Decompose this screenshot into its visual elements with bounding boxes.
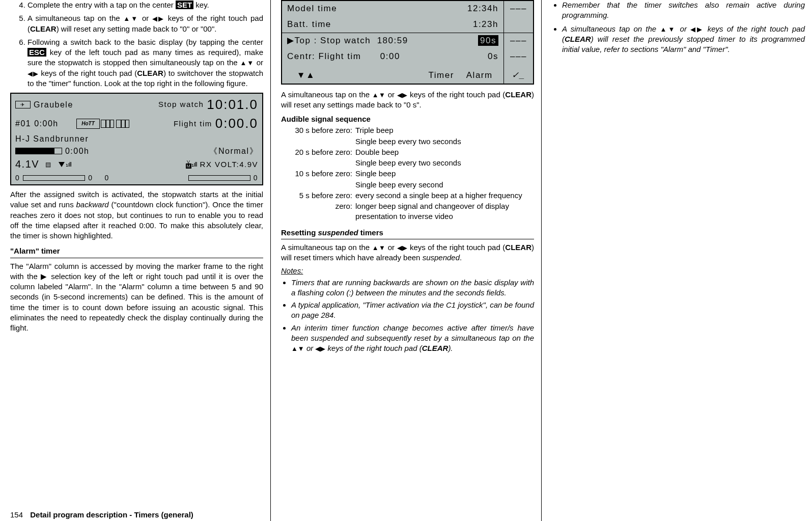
hours-2: 0:00h xyxy=(65,146,90,157)
left-right-icon: ◀▶ xyxy=(397,91,408,99)
right-note-2: A simultaneous tap on the ▲▼ or ◀▶ keys … xyxy=(562,24,805,55)
step-4: Complete the entry with a tap on the cen… xyxy=(27,0,263,10)
set-key-icon: SET xyxy=(176,1,193,9)
footer-arrows: ▼▲ xyxy=(282,65,424,84)
notes-heading: Notes: xyxy=(281,266,534,276)
stopwatch-value: 10:01.0 xyxy=(207,96,258,114)
tx-signal-icon: ₁ıll xyxy=(66,160,71,169)
step-5: A simultaneous tap on the ▲▼ or ◀▶ keys … xyxy=(27,13,263,34)
note-3: An interim timer function change becomes… xyxy=(291,323,534,354)
column-1: Complete the entry with a tap on the cen… xyxy=(0,0,270,521)
esc-key-icon: ESC xyxy=(27,48,46,57)
cell-centr-label: Centr: Flight tim 0:00 xyxy=(282,49,424,65)
right-notes-list: Remember that the timer switches also re… xyxy=(552,0,805,54)
para-reset-suspended: A simultaneous tap on the ▲▼ or ◀▶ keys … xyxy=(281,242,534,263)
trim-meter-icon xyxy=(23,175,85,181)
page-footer: 154 Detail program description - Timers … xyxy=(10,510,193,520)
left-right-icon: ◀▶ xyxy=(27,70,38,77)
rx-voltage: RX VOLT:4.9V xyxy=(200,159,258,170)
model-id: #01 xyxy=(15,118,31,129)
left-right-icon: ◀▶ xyxy=(397,244,408,252)
right-note-1: Remember that the timer switches also re… xyxy=(562,0,805,21)
up-down-icon: ▲▼ xyxy=(240,59,254,67)
left-right-icon: ◀▶ xyxy=(152,15,165,22)
up-down-icon: ▲▼ xyxy=(372,91,386,99)
column-3: Remember that the timer switches also re… xyxy=(541,0,812,521)
footer-col-labels: Timer Alarm xyxy=(424,65,504,84)
heading-audible: Audible signal sequence xyxy=(281,114,534,124)
up-down-icon: ▲▼ xyxy=(123,15,138,22)
cell-top-label: ▶Top : Stop watch 180:59 xyxy=(282,33,424,48)
switch-symbol-icon: ✓_ xyxy=(503,65,533,84)
heading-reset-suspended: Resetting suspended timers xyxy=(281,228,534,239)
cell-model-time-val: 12:34h xyxy=(424,1,504,17)
up-down-icon: ▲▼ xyxy=(660,25,676,33)
hours-1: 0:00h xyxy=(34,118,59,129)
cell-batt-time-label: Batt. time xyxy=(282,17,424,33)
left-right-icon: ◀▶ xyxy=(690,25,704,33)
antenna-icon xyxy=(59,162,65,167)
rx-signal-icon: ₁ıll xyxy=(191,160,197,169)
page-title: Detail program description - Timers (gen… xyxy=(30,510,193,519)
cell-top-alarm: 90s xyxy=(424,33,504,48)
up-down-icon: ▲▼ xyxy=(372,244,386,252)
step-6: Following a switch back to the basic dis… xyxy=(27,37,263,89)
para-reset-0s: A simultaneous tap on the ▲▼ or ◀▶ keys … xyxy=(281,90,534,111)
vm-icon: VM xyxy=(186,160,191,169)
flight-value: 0:00.0 xyxy=(215,115,258,132)
trim-bars-icon xyxy=(101,120,114,128)
stopwatch-label: Stop watch xyxy=(158,99,204,109)
page-number: 154 xyxy=(10,510,23,519)
tx-voltage: 4.1V xyxy=(15,157,39,171)
cell-switch: ––– xyxy=(503,33,533,48)
phase-label: 《Normal》 xyxy=(209,146,258,157)
up-down-icon: ▲▼ xyxy=(291,345,304,352)
trim-bars-icon xyxy=(116,120,129,128)
lcd-basic-display: ✈ Graubele Stop watch 10:01.0 #01 0:00h … xyxy=(10,93,263,185)
audible-table: 30 s before zero:Triple beep Single beep… xyxy=(281,125,534,222)
cell-batt-time-val: 1:23h xyxy=(424,17,504,33)
model-type-icon: ✈ xyxy=(15,101,31,108)
column-2: Model time 12:34h ––– Batt. time 1:23h ▶… xyxy=(270,0,541,521)
cell-model-time-label: Model time xyxy=(282,1,424,17)
heading-alarm-timer: "Alarm" timer xyxy=(10,246,263,258)
lcd-timer-menu: Model time 12:34h ––– Batt. time 1:23h ▶… xyxy=(281,0,534,85)
cell-centr-alarm: 0s xyxy=(424,49,504,65)
note-2: A typical application, "Timer activation… xyxy=(291,300,534,321)
steps-list: Complete the entry with a tap on the cen… xyxy=(10,0,263,89)
owner-name: H-J Sandbrunner xyxy=(15,133,89,145)
cell-switch: ––– xyxy=(503,49,533,65)
sd-icon: ▤ xyxy=(45,160,52,169)
para-countdown: After the assigned switch is activated, … xyxy=(10,189,263,241)
battery-icon xyxy=(15,148,62,154)
left-right-icon: ◀▶ xyxy=(315,345,325,352)
note-1: Timers that are running backwards are sh… xyxy=(291,278,534,298)
flight-label: Flight tim xyxy=(174,119,212,129)
para-alarm: The "Alarm" column is accessed by moving… xyxy=(10,261,263,334)
model-name: Graubele xyxy=(34,99,73,111)
cell-switch: ––– xyxy=(503,1,533,17)
trim-meter-icon xyxy=(188,175,250,181)
notes-list: Timers that are running backwards are sh… xyxy=(281,278,534,354)
logo-icon: HoTT xyxy=(76,119,100,129)
